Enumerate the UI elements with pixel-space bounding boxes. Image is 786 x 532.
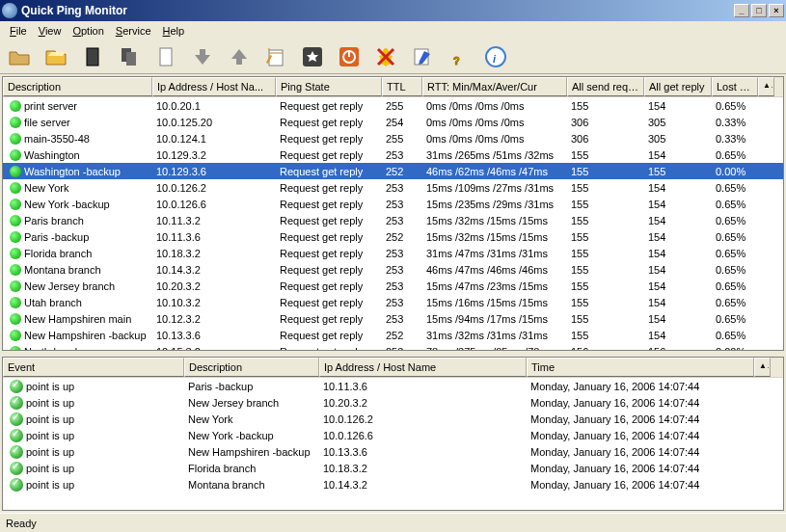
menu-option[interactable]: Option [67,23,109,39]
cell-get: 154 [644,148,712,162]
col-state[interactable]: Ping State [276,77,382,96]
cell-get: 154 [644,263,712,277]
info-icon[interactable]: i [482,43,509,70]
evcol-ip[interactable]: Ip Address / Host Name [319,358,527,377]
cell-state: Request get reply [276,181,382,195]
table-row[interactable]: Washington -backup10.129.3.6Request get … [3,163,783,179]
evcell-desc: Florida branch [184,462,319,475]
status-dot-icon [10,297,21,308]
new-doc-icon[interactable] [79,43,106,70]
power-icon[interactable] [336,43,363,70]
table-row[interactable]: main-3550-4810.0.124.1Request get reply2… [3,130,783,146]
evcol-time[interactable]: Time [527,358,754,377]
table-row[interactable]: file server10.0.125.20Request get reply2… [3,114,783,130]
edit-icon[interactable] [409,43,436,70]
cell-desc: Florida branch [3,247,152,260]
cell-rtt: 31ms /47ms /31ms /31ms [422,247,567,260]
ev-scroll-up[interactable]: ▲ [754,358,771,377]
cell-lost: 0.65% [712,263,758,277]
disabled-icon[interactable] [372,43,399,70]
table-row[interactable]: Paris -backup10.11.3.6Request get reply2… [3,228,783,245]
cell-rtt: 31ms /32ms /31ms /31ms [422,329,567,342]
host-grid-body[interactable]: print server10.0.20.1Request get reply25… [3,97,783,350]
cell-get: 154 [644,181,712,195]
cell-ip: 10.129.3.6 [152,165,276,178]
check-icon [10,380,23,393]
evcell-desc: New York [184,412,319,426]
table-row[interactable]: North-head10.15.3.2Request get reply2537… [3,343,783,350]
cell-send: 155 [567,263,644,277]
table-row[interactable]: New York10.0.126.2Request get reply25315… [3,179,783,196]
cell-state: Request get reply [276,312,382,326]
cell-send: 155 [567,181,644,195]
page-icon[interactable] [152,43,179,70]
status-dot-icon [10,166,21,177]
open-icon[interactable] [6,43,33,70]
cell-send: 155 [567,230,644,244]
evcell-ip: 10.0.126.6 [319,429,527,442]
event-row[interactable]: point is upParis -backup10.11.3.6Monday,… [3,378,783,394]
burst-icon[interactable] [299,43,326,70]
cell-send: 155 [567,247,644,260]
cell-lost: 0.65% [712,279,758,293]
table-row[interactable]: Utah branch10.10.3.2Request get reply253… [3,294,783,310]
table-row[interactable]: Florida branch10.18.3.2Request get reply… [3,245,783,261]
event-row[interactable]: point is upNew Jersey branch10.20.3.2Mon… [3,394,783,411]
table-row[interactable]: New Hampshiren main10.12.3.2Request get … [3,310,783,327]
titlebar[interactable]: Quick Ping Monitor _ □ × [0,0,786,21]
cell-send: 155 [567,312,644,326]
down-icon[interactable] [189,43,216,70]
cell-lost: 0.65% [712,247,758,260]
copy-icon[interactable] [116,43,143,70]
cell-rtt: 0ms /0ms /0ms /0ms [422,116,567,129]
up-icon[interactable] [226,43,253,70]
evcell-time: Monday, January 16, 2006 14:07:44 [527,462,754,475]
help-icon[interactable]: ? [446,43,473,70]
cell-state: Request get reply [276,214,382,227]
event-row[interactable]: point is upMontana branch10.14.3.2Monday… [3,476,783,492]
cell-desc: New Jersey branch [3,279,152,293]
menu-view[interactable]: View [33,23,68,39]
evcell-ip: 10.18.3.2 [319,462,527,475]
close-button[interactable]: × [769,4,784,17]
event-grid-body[interactable]: point is upParis -backup10.11.3.6Monday,… [3,378,783,510]
cell-get: 154 [644,296,712,309]
cell-rtt: 15ms /235ms /29ms /31ms [422,198,567,211]
cell-ttl: 253 [382,312,422,326]
col-get[interactable]: All get reply [644,77,712,96]
menu-file[interactable]: File [4,23,33,39]
cell-get: 154 [644,198,712,211]
cell-ttl: 253 [382,181,422,195]
minimize-button[interactable]: _ [734,4,749,17]
col-send[interactable]: All send reque... [567,77,644,96]
maximize-button[interactable]: □ [751,4,767,17]
col-desc[interactable]: Description [3,77,152,96]
col-ttl[interactable]: TTL [382,77,422,96]
table-row[interactable]: print server10.0.20.1Request get reply25… [3,97,783,114]
col-ip[interactable]: Ip Address / Host Na... [152,77,276,96]
cell-rtt: 15ms /16ms /15ms /15ms [422,296,567,309]
svg-rect-4 [269,50,283,66]
evcol-event[interactable]: Event [3,358,184,377]
col-lost[interactable]: Lost rate [712,77,758,96]
evcol-desc[interactable]: Description [184,358,319,377]
col-rtt[interactable]: RTT: Min/Max/Aver/Cur [422,77,567,96]
evcell-time: Monday, January 16, 2006 14:07:44 [527,380,754,393]
table-row[interactable]: New York -backup10.0.126.6Request get re… [3,196,783,212]
table-row[interactable]: Washington10.129.3.2Request get reply253… [3,146,783,163]
event-row[interactable]: point is upFlorida branch10.18.3.2Monday… [3,460,783,476]
note-icon[interactable] [262,43,289,70]
table-row[interactable]: Paris branch10.11.3.2Request get reply25… [3,212,783,228]
table-row[interactable]: Montana branch10.14.3.2Request get reply… [3,261,783,278]
table-row[interactable]: New Hampshiren -backup10.13.3.6Request g… [3,327,783,343]
menu-service[interactable]: Service [110,23,157,39]
status-dot-icon [10,248,21,259]
check-icon [10,429,23,442]
table-row[interactable]: New Jersey branch10.20.3.2Request get re… [3,278,783,294]
event-row[interactable]: point is upNew Hampshiren -backup10.13.3… [3,443,783,460]
scroll-up[interactable]: ▲ [758,77,774,96]
save-icon[interactable] [42,43,69,70]
event-row[interactable]: point is upNew York10.0.126.2Monday, Jan… [3,411,783,427]
menu-help[interactable]: Help [157,23,191,39]
event-row[interactable]: point is upNew York -backup10.0.126.6Mon… [3,427,783,443]
